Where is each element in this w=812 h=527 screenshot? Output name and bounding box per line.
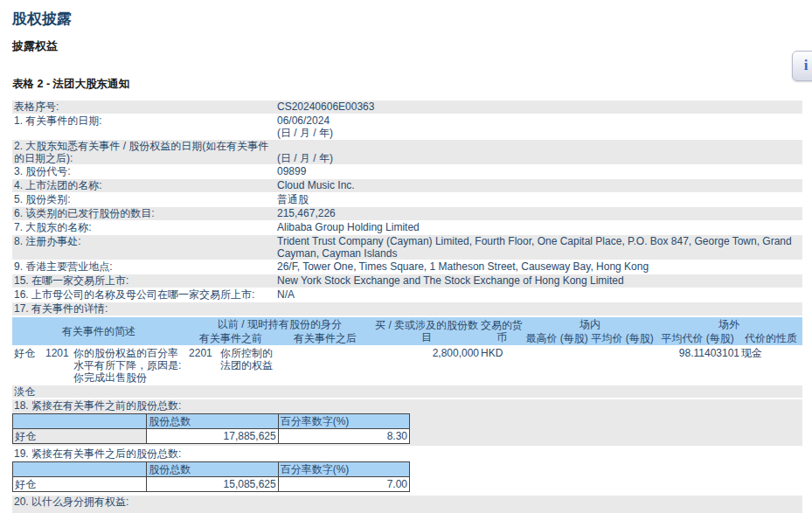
field-row: 2. 大股东知悉有关事件 / 股份权益的日期(如在有关事件的日期之后): (日 … — [12, 140, 802, 164]
field-value-line: N/A — [277, 288, 802, 301]
form-content: 表格序号:CS20240606E003631. 有关事件的日期:06/06/20… — [12, 101, 802, 513]
field-value: 普通股 — [277, 193, 802, 206]
field-label: 表格序号: — [12, 101, 277, 114]
totals-column-header: 股份总数 — [147, 414, 278, 429]
field-value-line: 普通股 — [277, 193, 802, 205]
page-subtitle: 披露权益 — [12, 40, 58, 52]
field-rows: 表格序号:CS20240606E003631. 有关事件的日期:06/06/20… — [12, 101, 802, 316]
before-capacity-cell — [219, 384, 276, 398]
field-value: (日 / 月 / 年) — [277, 140, 802, 164]
field-value — [277, 302, 802, 316]
col-header-avg-consideration: 平均代价 (每股) — [656, 331, 739, 345]
totals-before-heading: 18. 紧接在有关事件之前的股份总数: — [12, 399, 802, 413]
field-label: 8. 注册办事处: — [12, 235, 277, 260]
field-value-line — [277, 140, 802, 152]
field-row: 表格序号:CS20240606E00363 — [12, 101, 802, 114]
col-header-capacity-group: 以前 / 现时持有股份的身分 — [185, 317, 374, 331]
event-desc-cell: 你的股份权益的百分率水平有所下降，原因是:你完成出售股份 — [72, 345, 185, 384]
col-header-currency: 交易的货币 — [479, 317, 524, 345]
totals-after-table: 股份总数百分率数字(%)好仓15,085,6257.00 — [12, 461, 410, 492]
field-label: 7. 大股东的名称: — [12, 221, 277, 234]
field-value-line: Alibaba Group Holding Limited — [277, 221, 802, 233]
after-capacity-cell — [276, 384, 374, 398]
field-row: 6. 该类别的已发行股份的数目:215,467,226 — [12, 207, 802, 220]
col-header-avg-price: 平均价 (每股) — [589, 331, 656, 345]
event-details-table: 有关事件的简述 以前 / 现时持有股份的身分 买 / 卖或涉及的股份数目 交易的… — [12, 317, 802, 398]
field-value-line — [277, 302, 802, 315]
totals-column-header — [13, 414, 147, 429]
field-value-line: 09899 — [277, 165, 802, 177]
field-value-line: 215,467,226 — [277, 207, 802, 219]
col-header-before-event: 有关事件之前 — [185, 331, 276, 345]
section-20-heading: 20. 以什么身分拥有权益: — [12, 496, 802, 513]
field-value-line: CS20240606E00363 — [277, 101, 802, 113]
totals-header-row: 股份总数百分率数字(%) — [13, 414, 410, 429]
event-code-cell: 1201 — [42, 345, 72, 384]
field-value-line: New York Stock Exchange and The Stock Ex… — [277, 274, 802, 287]
field-value-line: 26/F, Tower One, Times Square, 1 Matheso… — [277, 260, 802, 273]
field-value: 06/06/2024(日 / 月 / 年) — [277, 114, 802, 139]
event-desc-line: 你的股份权益的百分率水平有所下降，原因是: — [73, 347, 185, 371]
field-value-line: Cloud Music Inc. — [277, 179, 802, 191]
totals-column-header: 百分率数字(%) — [278, 462, 409, 477]
field-value: Alibaba Group Holding Limited — [277, 221, 802, 234]
page-title: 股权披露 — [12, 10, 72, 28]
field-row: 3. 股份代号:09899 — [12, 165, 802, 178]
field-row: 5. 股份类别:普通股 — [12, 193, 802, 206]
col-header-off-exchange: 场外 — [656, 317, 802, 331]
field-value-line: (日 / 月 / 年) — [277, 152, 802, 164]
field-label: 1. 有关事件的日期: — [12, 114, 277, 139]
highest-price-cell — [524, 384, 589, 398]
form-title: 表格 2 - 法团大股东通知 — [12, 78, 129, 90]
totals-shares-value: 15,085,625 — [147, 477, 278, 492]
field-value: New York Stock Exchange and The Stock Ex… — [277, 274, 802, 288]
field-label: 4. 上市法团的名称: — [12, 179, 277, 192]
totals-column-header — [13, 462, 147, 477]
event-desc-line: 你完成出售股份 — [73, 371, 185, 384]
field-value: CS20240606E00363 — [277, 101, 802, 114]
col-header-on-exchange: 场内 — [524, 317, 656, 331]
field-value: Trident Trust Company (Cayman) Limited, … — [277, 235, 802, 260]
totals-header-row: 股份总数百分率数字(%) — [13, 462, 410, 477]
field-row: 7. 大股东的名称:Alibaba Group Holding Limited — [12, 221, 802, 234]
shares-cell: 2,800,000 — [374, 345, 479, 384]
field-row: 1. 有关事件的日期:06/06/2024(日 / 月 / 年) — [12, 114, 802, 139]
col-header-consideration-nature: 代价的性质 — [739, 331, 802, 345]
totals-percent-value: 7.00 — [278, 477, 409, 492]
field-value: Cloud Music Inc. — [277, 179, 802, 192]
position-cell: 好仓 — [12, 345, 42, 384]
field-value: 09899 — [277, 165, 802, 178]
field-label: 16. 上市母公司的名称及母公司在哪一家交易所上市: — [12, 288, 277, 302]
before-capacity-cell: 你所控制的法团的权益 — [219, 345, 276, 384]
avg-price-cell — [589, 345, 656, 384]
event-row: 好仓1201你的股份权益的百分率水平有所下降，原因是:你完成出售股份2201你所… — [12, 345, 802, 384]
position-cell: 淡仓 — [12, 384, 42, 398]
totals-after-heading: 19. 紧接在有关事件之后的股份总数: — [12, 447, 802, 461]
currency-cell: HKD — [479, 345, 524, 384]
avg-consideration-cell — [656, 384, 739, 398]
field-row: 17. 有关事件的详情: — [12, 302, 802, 316]
totals-row: 好仓17,885,6258.30 — [13, 429, 410, 444]
event-code-cell — [42, 384, 72, 398]
totals-position-label: 好仓 — [13, 429, 147, 444]
totals-after-section: 19. 紧接在有关事件之后的股份总数: 股份总数百分率数字(%)好仓15,085… — [12, 447, 802, 494]
col-header-event-desc: 有关事件的简述 — [12, 317, 185, 345]
consideration-nature-cell: 现金 — [739, 345, 802, 384]
totals-shares-value: 17,885,625 — [147, 429, 278, 444]
event-row: 淡仓 — [12, 384, 802, 398]
field-row: 15. 在哪一家交易所上市:New York Stock Exchange an… — [12, 274, 802, 288]
totals-position-label: 好仓 — [13, 477, 147, 492]
totals-before-table: 股份总数百分率数字(%)好仓17,885,6258.30 — [12, 413, 410, 444]
before-code-cell: 2201 — [185, 345, 219, 384]
field-label: 17. 有关事件的详情: — [12, 302, 277, 316]
field-label: 9. 香港主要营业地点: — [12, 260, 277, 274]
col-header-shares: 买 / 卖或涉及的股份数目 — [374, 317, 479, 345]
event-desc-cell — [72, 384, 185, 398]
col-header-after-event: 有关事件之后 — [276, 331, 374, 345]
highest-price-cell — [524, 345, 589, 384]
totals-percent-value: 8.30 — [278, 429, 409, 444]
info-button[interactable]: i — [792, 51, 812, 81]
field-value-line: Trident Trust Company (Cayman) Limited, … — [277, 235, 802, 260]
field-row: 8. 注册办事处:Trident Trust Company (Cayman) … — [12, 235, 802, 260]
totals-column-header: 百分率数字(%) — [278, 414, 409, 429]
